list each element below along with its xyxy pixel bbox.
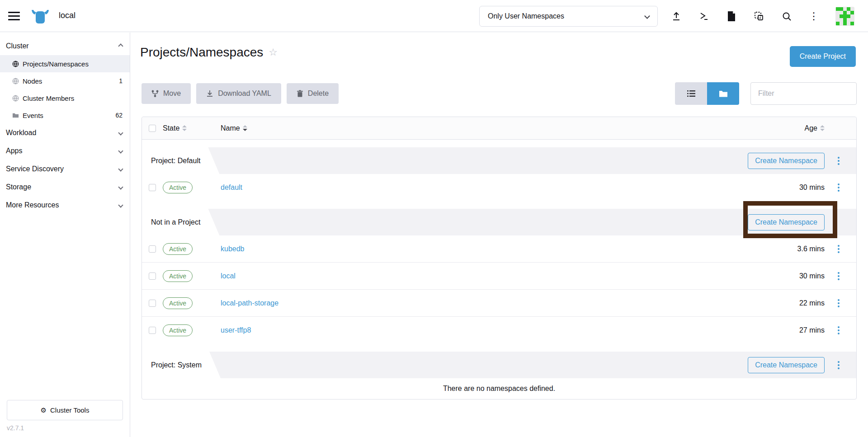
gear-icon: ⚙ xyxy=(41,406,47,414)
row-checkbox[interactable] xyxy=(149,300,156,307)
group-not-in-project: Not in a Project Create Namespace Active… xyxy=(142,209,856,344)
namespaces-table: State Name Age Project: Default Create N… xyxy=(142,117,857,399)
events-count-badge: 62 xyxy=(115,112,123,119)
group-label: Not in a Project xyxy=(142,209,219,235)
namespace-link[interactable]: default xyxy=(221,183,242,192)
sidebar-section-more-resources[interactable]: More Resources xyxy=(0,196,130,214)
table-row-local: Active local 30 mins xyxy=(142,263,856,290)
sidebar-nav: Cluster Projects/Namespaces Nodes 1 Clus… xyxy=(0,33,130,437)
age-value: 27 mins xyxy=(799,326,825,334)
page-title: Projects/Namespaces xyxy=(140,45,263,60)
status-badge: Active xyxy=(163,182,193,193)
header-more-options-icon[interactable]: ⋮ xyxy=(809,11,819,21)
create-namespace-button[interactable]: Create Namespace xyxy=(748,214,825,230)
row-menu-icon[interactable] xyxy=(838,183,840,192)
sidebar-item-nodes[interactable]: Nodes 1 xyxy=(0,72,130,89)
sort-icon[interactable] xyxy=(820,125,825,131)
group-header: Project: Default Create Namespace xyxy=(142,147,856,174)
age-value: 30 mins xyxy=(799,272,825,280)
sidebar-item-events[interactable]: Events 62 xyxy=(0,107,130,124)
column-header-state[interactable]: State xyxy=(163,124,179,132)
row-checkbox[interactable] xyxy=(149,184,156,191)
chevron-down-icon xyxy=(118,184,123,189)
sort-icon[interactable] xyxy=(243,125,247,131)
sidebar-item-projects-namespaces[interactable]: Projects/Namespaces xyxy=(0,55,130,72)
status-badge: Active xyxy=(163,324,193,336)
row-checkbox[interactable] xyxy=(149,273,156,280)
folder-icon xyxy=(12,112,19,119)
view-toggle xyxy=(675,82,739,105)
list-view-icon xyxy=(687,90,695,97)
nodes-count-badge: 1 xyxy=(119,77,123,85)
download-yaml-button[interactable]: Download YAML xyxy=(196,83,281,104)
version-label: v2.7.1 xyxy=(7,424,24,432)
group-header: Not in a Project Create Namespace xyxy=(142,209,856,235)
status-badge: Active xyxy=(163,297,193,309)
table-row-user-tffp8: Active user-tffp8 27 mins xyxy=(142,317,856,344)
namespace-link[interactable]: local xyxy=(221,272,236,280)
create-namespace-button[interactable]: Create Namespace xyxy=(748,153,825,169)
copy-kubeconfig-icon[interactable] xyxy=(754,11,764,22)
move-button[interactable]: Move xyxy=(142,83,191,104)
download-icon xyxy=(206,90,213,97)
column-header-age[interactable]: Age xyxy=(805,124,817,132)
age-value: 22 mins xyxy=(799,299,825,307)
rancher-logo-icon[interactable] xyxy=(31,10,50,23)
row-menu-icon[interactable] xyxy=(838,245,840,253)
select-all-checkbox[interactable] xyxy=(149,125,156,132)
hamburger-menu-icon[interactable] xyxy=(8,12,20,21)
status-badge: Active xyxy=(163,270,193,282)
namespace-link[interactable]: local-path-storage xyxy=(221,299,278,307)
group-project-default: Project: Default Create Namespace Active… xyxy=(142,147,856,201)
move-icon xyxy=(151,90,159,97)
column-header-name[interactable]: Name xyxy=(221,124,240,132)
globe-icon xyxy=(12,61,19,67)
top-header: local Only User Namespaces xyxy=(0,0,868,32)
favorite-star-icon[interactable]: ☆ xyxy=(269,47,278,58)
table-row-default: Active default 30 mins xyxy=(142,174,856,201)
row-checkbox[interactable] xyxy=(149,327,156,334)
globe-icon xyxy=(12,95,19,102)
main-content: Projects/Namespaces ☆ Create Project Mov… xyxy=(130,33,868,437)
group-menu-icon[interactable] xyxy=(838,361,840,369)
cluster-tools-button[interactable]: ⚙ Cluster Tools xyxy=(7,400,123,420)
group-project-system: Project: System Create Namespace There a… xyxy=(142,352,856,399)
search-icon[interactable] xyxy=(781,11,792,22)
sidebar-section-workload[interactable]: Workload xyxy=(0,124,130,142)
namespace-link[interactable]: kubedb xyxy=(221,245,245,253)
sidebar-item-cluster-members[interactable]: Cluster Members xyxy=(0,89,130,107)
row-menu-icon[interactable] xyxy=(838,272,840,280)
action-bar: Move Download YAML Delete xyxy=(142,82,857,105)
globe-icon xyxy=(12,78,19,85)
trash-icon xyxy=(297,90,303,97)
user-avatar[interactable] xyxy=(835,7,854,26)
group-menu-icon[interactable] xyxy=(838,157,840,165)
download-kubeconfig-icon[interactable] xyxy=(726,11,737,22)
namespace-filter-dropdown[interactable]: Only User Namespaces xyxy=(479,6,658,27)
sidebar-section-storage[interactable]: Storage xyxy=(0,178,130,196)
chevron-down-icon xyxy=(118,202,123,207)
age-value: 3.6 mins xyxy=(797,245,825,253)
sort-icon[interactable] xyxy=(182,125,187,131)
row-menu-icon[interactable] xyxy=(838,326,840,334)
status-badge: Active xyxy=(163,243,193,255)
group-label: Project: System xyxy=(142,352,221,378)
row-menu-icon[interactable] xyxy=(838,299,840,307)
sidebar-section-cluster[interactable]: Cluster xyxy=(0,37,130,55)
sidebar-section-apps[interactable]: Apps xyxy=(0,142,130,160)
folder-view-icon xyxy=(719,90,728,97)
row-checkbox[interactable] xyxy=(149,245,156,253)
sidebar-section-service-discovery[interactable]: Service Discovery xyxy=(0,160,130,178)
import-yaml-icon[interactable] xyxy=(671,11,682,22)
namespace-link[interactable]: user-tffp8 xyxy=(221,326,251,334)
list-view-button[interactable] xyxy=(675,82,707,105)
chevron-down-icon xyxy=(118,166,123,171)
create-namespace-button[interactable]: Create Namespace xyxy=(748,357,825,373)
chevron-down-icon xyxy=(644,13,650,19)
age-value: 30 mins xyxy=(799,183,825,192)
create-project-button[interactable]: Create Project xyxy=(790,46,856,67)
delete-button[interactable]: Delete xyxy=(287,83,339,104)
filter-input[interactable] xyxy=(750,82,857,105)
grouped-view-button[interactable] xyxy=(707,82,739,105)
kubectl-shell-icon[interactable] xyxy=(698,11,709,22)
